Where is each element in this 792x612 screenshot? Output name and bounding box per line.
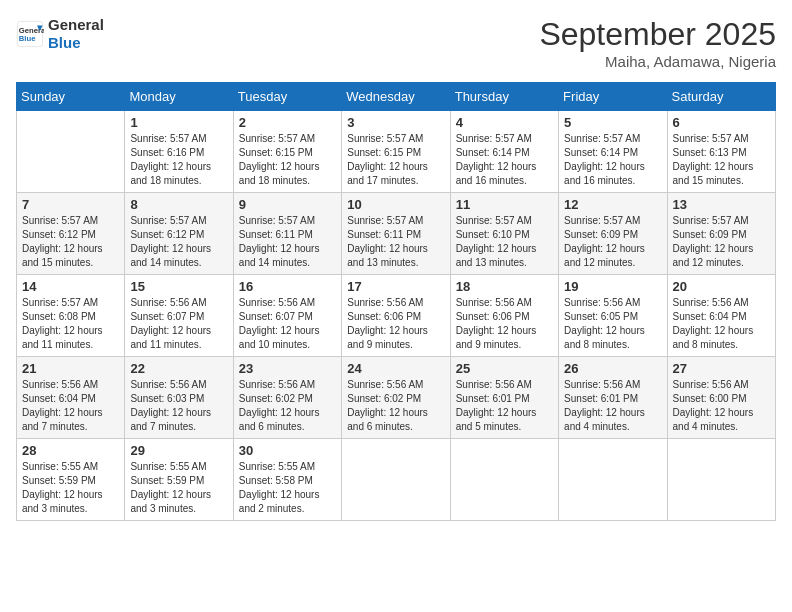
day-number: 18 <box>456 279 553 294</box>
calendar-cell: 18Sunrise: 5:56 AM Sunset: 6:06 PM Dayli… <box>450 275 558 357</box>
day-info: Sunrise: 5:55 AM Sunset: 5:59 PM Dayligh… <box>130 460 227 516</box>
title-block: September 2025 Maiha, Adamawa, Nigeria <box>539 16 776 70</box>
calendar-cell: 16Sunrise: 5:56 AM Sunset: 6:07 PM Dayli… <box>233 275 341 357</box>
day-number: 16 <box>239 279 336 294</box>
calendar-cell <box>342 439 450 521</box>
day-info: Sunrise: 5:57 AM Sunset: 6:10 PM Dayligh… <box>456 214 553 270</box>
day-number: 12 <box>564 197 661 212</box>
day-number: 28 <box>22 443 119 458</box>
day-number: 25 <box>456 361 553 376</box>
calendar-table: SundayMondayTuesdayWednesdayThursdayFrid… <box>16 82 776 521</box>
calendar-cell: 23Sunrise: 5:56 AM Sunset: 6:02 PM Dayli… <box>233 357 341 439</box>
location: Maiha, Adamawa, Nigeria <box>539 53 776 70</box>
day-info: Sunrise: 5:56 AM Sunset: 6:01 PM Dayligh… <box>456 378 553 434</box>
calendar-cell: 5Sunrise: 5:57 AM Sunset: 6:14 PM Daylig… <box>559 111 667 193</box>
day-info: Sunrise: 5:57 AM Sunset: 6:12 PM Dayligh… <box>22 214 119 270</box>
calendar-cell: 20Sunrise: 5:56 AM Sunset: 6:04 PM Dayli… <box>667 275 775 357</box>
column-header-tuesday: Tuesday <box>233 83 341 111</box>
calendar-cell <box>667 439 775 521</box>
calendar-cell: 7Sunrise: 5:57 AM Sunset: 6:12 PM Daylig… <box>17 193 125 275</box>
calendar-week-row: 7Sunrise: 5:57 AM Sunset: 6:12 PM Daylig… <box>17 193 776 275</box>
calendar-cell: 14Sunrise: 5:57 AM Sunset: 6:08 PM Dayli… <box>17 275 125 357</box>
day-number: 5 <box>564 115 661 130</box>
calendar-cell: 2Sunrise: 5:57 AM Sunset: 6:15 PM Daylig… <box>233 111 341 193</box>
column-header-saturday: Saturday <box>667 83 775 111</box>
day-info: Sunrise: 5:56 AM Sunset: 6:06 PM Dayligh… <box>456 296 553 352</box>
column-header-thursday: Thursday <box>450 83 558 111</box>
day-number: 15 <box>130 279 227 294</box>
day-info: Sunrise: 5:56 AM Sunset: 6:02 PM Dayligh… <box>347 378 444 434</box>
calendar-cell: 6Sunrise: 5:57 AM Sunset: 6:13 PM Daylig… <box>667 111 775 193</box>
calendar-cell <box>17 111 125 193</box>
day-number: 24 <box>347 361 444 376</box>
day-info: Sunrise: 5:56 AM Sunset: 6:04 PM Dayligh… <box>673 296 770 352</box>
day-info: Sunrise: 5:57 AM Sunset: 6:08 PM Dayligh… <box>22 296 119 352</box>
day-number: 29 <box>130 443 227 458</box>
calendar-cell: 30Sunrise: 5:55 AM Sunset: 5:58 PM Dayli… <box>233 439 341 521</box>
day-number: 14 <box>22 279 119 294</box>
day-number: 11 <box>456 197 553 212</box>
calendar-cell: 27Sunrise: 5:56 AM Sunset: 6:00 PM Dayli… <box>667 357 775 439</box>
day-number: 7 <box>22 197 119 212</box>
calendar-week-row: 28Sunrise: 5:55 AM Sunset: 5:59 PM Dayli… <box>17 439 776 521</box>
day-info: Sunrise: 5:57 AM Sunset: 6:15 PM Dayligh… <box>347 132 444 188</box>
day-info: Sunrise: 5:56 AM Sunset: 6:04 PM Dayligh… <box>22 378 119 434</box>
day-info: Sunrise: 5:57 AM Sunset: 6:13 PM Dayligh… <box>673 132 770 188</box>
day-info: Sunrise: 5:55 AM Sunset: 5:58 PM Dayligh… <box>239 460 336 516</box>
day-number: 19 <box>564 279 661 294</box>
calendar-cell: 22Sunrise: 5:56 AM Sunset: 6:03 PM Dayli… <box>125 357 233 439</box>
calendar-cell: 26Sunrise: 5:56 AM Sunset: 6:01 PM Dayli… <box>559 357 667 439</box>
calendar-cell: 9Sunrise: 5:57 AM Sunset: 6:11 PM Daylig… <box>233 193 341 275</box>
calendar-cell: 3Sunrise: 5:57 AM Sunset: 6:15 PM Daylig… <box>342 111 450 193</box>
column-header-wednesday: Wednesday <box>342 83 450 111</box>
calendar-cell <box>450 439 558 521</box>
day-number: 4 <box>456 115 553 130</box>
column-header-sunday: Sunday <box>17 83 125 111</box>
day-number: 13 <box>673 197 770 212</box>
day-info: Sunrise: 5:56 AM Sunset: 6:01 PM Dayligh… <box>564 378 661 434</box>
day-info: Sunrise: 5:57 AM Sunset: 6:11 PM Dayligh… <box>239 214 336 270</box>
day-info: Sunrise: 5:56 AM Sunset: 6:02 PM Dayligh… <box>239 378 336 434</box>
calendar-cell: 11Sunrise: 5:57 AM Sunset: 6:10 PM Dayli… <box>450 193 558 275</box>
column-header-friday: Friday <box>559 83 667 111</box>
day-info: Sunrise: 5:56 AM Sunset: 6:06 PM Dayligh… <box>347 296 444 352</box>
calendar-cell: 17Sunrise: 5:56 AM Sunset: 6:06 PM Dayli… <box>342 275 450 357</box>
day-number: 17 <box>347 279 444 294</box>
calendar-cell: 1Sunrise: 5:57 AM Sunset: 6:16 PM Daylig… <box>125 111 233 193</box>
day-number: 9 <box>239 197 336 212</box>
day-number: 6 <box>673 115 770 130</box>
day-info: Sunrise: 5:56 AM Sunset: 6:00 PM Dayligh… <box>673 378 770 434</box>
day-info: Sunrise: 5:57 AM Sunset: 6:14 PM Dayligh… <box>456 132 553 188</box>
day-info: Sunrise: 5:57 AM Sunset: 6:15 PM Dayligh… <box>239 132 336 188</box>
day-number: 23 <box>239 361 336 376</box>
day-info: Sunrise: 5:56 AM Sunset: 6:07 PM Dayligh… <box>239 296 336 352</box>
day-number: 30 <box>239 443 336 458</box>
day-info: Sunrise: 5:57 AM Sunset: 6:09 PM Dayligh… <box>673 214 770 270</box>
calendar-cell: 12Sunrise: 5:57 AM Sunset: 6:09 PM Dayli… <box>559 193 667 275</box>
logo-text-blue: Blue <box>48 34 104 52</box>
day-number: 3 <box>347 115 444 130</box>
logo-text-general: General <box>48 16 104 34</box>
day-info: Sunrise: 5:55 AM Sunset: 5:59 PM Dayligh… <box>22 460 119 516</box>
day-number: 1 <box>130 115 227 130</box>
column-header-monday: Monday <box>125 83 233 111</box>
day-number: 10 <box>347 197 444 212</box>
calendar-cell: 19Sunrise: 5:56 AM Sunset: 6:05 PM Dayli… <box>559 275 667 357</box>
day-info: Sunrise: 5:56 AM Sunset: 6:07 PM Dayligh… <box>130 296 227 352</box>
day-number: 20 <box>673 279 770 294</box>
calendar-header-row: SundayMondayTuesdayWednesdayThursdayFrid… <box>17 83 776 111</box>
calendar-cell: 28Sunrise: 5:55 AM Sunset: 5:59 PM Dayli… <box>17 439 125 521</box>
calendar-cell: 29Sunrise: 5:55 AM Sunset: 5:59 PM Dayli… <box>125 439 233 521</box>
day-number: 21 <box>22 361 119 376</box>
calendar-cell: 8Sunrise: 5:57 AM Sunset: 6:12 PM Daylig… <box>125 193 233 275</box>
page-header: General Blue General Blue September 2025… <box>16 16 776 70</box>
day-info: Sunrise: 5:57 AM Sunset: 6:11 PM Dayligh… <box>347 214 444 270</box>
calendar-cell: 15Sunrise: 5:56 AM Sunset: 6:07 PM Dayli… <box>125 275 233 357</box>
logo: General Blue General Blue <box>16 16 104 52</box>
day-info: Sunrise: 5:56 AM Sunset: 6:03 PM Dayligh… <box>130 378 227 434</box>
day-info: Sunrise: 5:57 AM Sunset: 6:12 PM Dayligh… <box>130 214 227 270</box>
day-number: 22 <box>130 361 227 376</box>
day-info: Sunrise: 5:56 AM Sunset: 6:05 PM Dayligh… <box>564 296 661 352</box>
day-info: Sunrise: 5:57 AM Sunset: 6:09 PM Dayligh… <box>564 214 661 270</box>
day-number: 2 <box>239 115 336 130</box>
